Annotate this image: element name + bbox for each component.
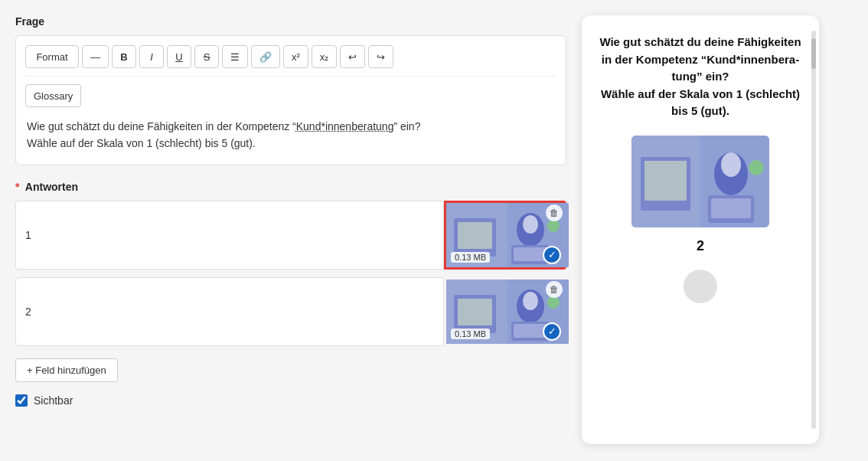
bold-button[interactable]: B	[112, 45, 136, 68]
strikethrough-button[interactable]: S	[194, 45, 219, 68]
answers-label: * Antworten	[15, 181, 566, 193]
redo-button[interactable]: ↪	[368, 45, 393, 68]
svg-point-14	[523, 292, 538, 310]
preview-question-bold: Wie gut schätzt du deine Fähigkeiten in …	[597, 34, 804, 86]
frage-section-label: Frage	[15, 15, 566, 28]
svg-rect-12	[458, 299, 492, 325]
underline-button[interactable]: U	[167, 45, 191, 68]
preview-panel: Wie gut schätzt du deine Fähigkeiten in …	[582, 15, 819, 444]
preview-image	[631, 136, 769, 227]
format-button[interactable]: Format	[25, 45, 79, 68]
check-image-2[interactable]: ✓	[543, 322, 561, 341]
editor-content[interactable]: Wie gut schätzt du deine Fähigkeiten in …	[25, 115, 556, 155]
svg-rect-3	[458, 222, 492, 249]
answer-row-2: 0.13 MB 🗑 ✓	[15, 277, 566, 346]
svg-point-17	[547, 296, 560, 309]
subscript-button[interactable]: x₂	[312, 45, 338, 68]
image-thumb-2: 0.13 MB 🗑 ✓	[444, 277, 566, 346]
svg-point-5	[523, 215, 538, 234]
editor-text-pre: Wie gut schätzt du deine Fähigkeiten in …	[27, 120, 296, 132]
visible-row: Sichtbar	[15, 394, 566, 407]
answers-section: * Antworten	[15, 181, 566, 346]
preview-answer-number: 2	[697, 238, 704, 254]
check-image-1[interactable]: ✓	[543, 246, 561, 264]
left-panel: Frage Format — B I U S ☰ 🔗 x² x₂ ↩ ↪ Glo…	[15, 15, 566, 446]
image-size-1: 0.13 MB	[451, 252, 490, 263]
delete-image-1[interactable]: 🗑	[546, 204, 563, 221]
add-field-button[interactable]: + Feld hinzufügen	[15, 358, 118, 382]
image-thumb-1: 0.13 MB 🗑 ✓	[444, 201, 566, 270]
glossary-button[interactable]: Glossary	[25, 84, 81, 107]
svg-point-8	[547, 220, 560, 232]
delete-image-2[interactable]: 🗑	[546, 281, 563, 298]
editor-text-post: ” ein?	[393, 120, 420, 132]
list-button[interactable]: ☰	[222, 45, 248, 68]
editor-link[interactable]: Kund*innenberatung	[296, 120, 394, 132]
preview-slider-thumb	[684, 270, 717, 303]
preview-scroll-thumb	[811, 38, 816, 69]
visible-checkbox[interactable]	[15, 394, 28, 407]
svg-point-23	[721, 152, 741, 177]
editor-container: Format — B I U S ☰ 🔗 x² x₂ ↩ ↪ Glossary …	[15, 35, 566, 165]
answer-input-1[interactable]	[15, 201, 444, 270]
hr-button[interactable]: —	[82, 45, 109, 68]
visible-label: Sichtbar	[34, 394, 73, 407]
svg-rect-25	[711, 198, 751, 218]
toolbar: Format — B I U S ☰ 🔗 x² x₂ ↩ ↪	[25, 45, 556, 77]
answer-row: 0.13 MB 🗑 ✓	[15, 201, 566, 270]
svg-rect-21	[644, 161, 687, 201]
image-size-2: 0.13 MB	[451, 329, 490, 339]
editor-line1: Wie gut schätzt du deine Fähigkeiten in …	[27, 118, 555, 135]
superscript-button[interactable]: x²	[283, 45, 308, 68]
italic-button[interactable]: I	[139, 45, 164, 68]
undo-button[interactable]: ↩	[340, 45, 365, 68]
required-star: *	[15, 181, 19, 193]
editor-line2: Wähle auf der Skala von 1 (schlecht) bis…	[27, 135, 555, 152]
preview-question: Wie gut schätzt du deine Fähigkeiten in …	[597, 34, 804, 120]
answer-input-2[interactable]	[15, 277, 444, 346]
preview-slider-area	[597, 270, 804, 303]
link-button[interactable]: 🔗	[251, 45, 280, 68]
svg-point-26	[749, 160, 764, 175]
preview-scrollbar	[811, 31, 816, 429]
preview-question-line2: Wähle auf der Skala von 1 (schlecht) bis…	[597, 86, 804, 120]
